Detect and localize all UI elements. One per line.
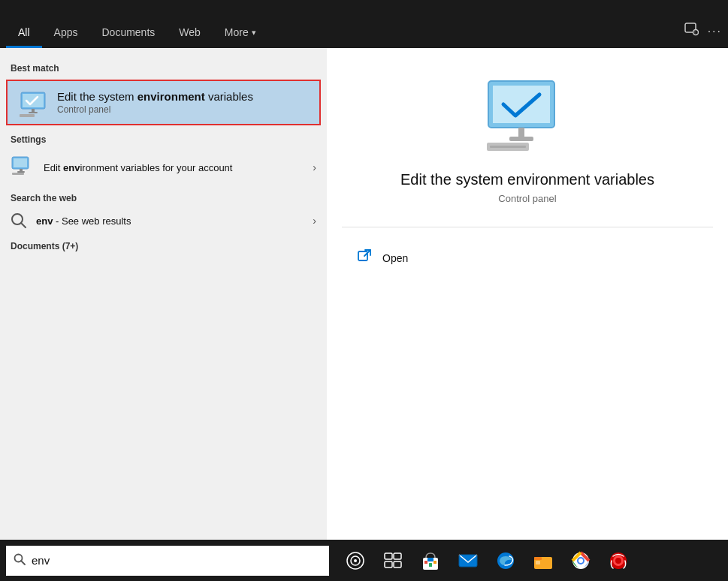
svg-rect-42 bbox=[536, 561, 540, 564]
best-match-item[interactable]: Edit the system environment variables Co… bbox=[6, 80, 321, 125]
best-match-title-end: variables bbox=[205, 90, 253, 103]
settings-icon bbox=[11, 155, 35, 179]
svg-rect-20 bbox=[490, 146, 526, 148]
svg-rect-16 bbox=[493, 86, 550, 123]
right-panel: Edit the system environment variables Co… bbox=[327, 48, 728, 540]
mail-button[interactable] bbox=[451, 540, 485, 581]
svg-rect-7 bbox=[20, 114, 35, 117]
svg-rect-28 bbox=[385, 553, 392, 559]
open-label: Open bbox=[382, 252, 408, 264]
right-panel-icon bbox=[482, 78, 572, 156]
main-content: Best match Edit t bbox=[0, 48, 728, 540]
task-view-button[interactable] bbox=[376, 540, 410, 581]
taskbar-search-icon bbox=[14, 553, 26, 568]
tab-web[interactable]: Web bbox=[167, 19, 213, 48]
chevron-down-icon: ▾ bbox=[252, 28, 256, 38]
top-nav: All Apps Documents Web More ▾ ! ··· bbox=[0, 0, 728, 48]
open-icon bbox=[357, 248, 372, 267]
svg-rect-35 bbox=[429, 563, 432, 567]
svg-rect-21 bbox=[358, 251, 367, 260]
taskbar bbox=[0, 540, 728, 581]
best-match-title-bold: environment bbox=[137, 90, 205, 103]
control-panel-icon bbox=[18, 91, 47, 115]
search-icon bbox=[11, 212, 27, 229]
svg-point-49 bbox=[615, 558, 621, 564]
right-panel-subtitle: Control panel bbox=[498, 193, 556, 204]
svg-rect-29 bbox=[394, 553, 401, 559]
svg-rect-12 bbox=[12, 173, 24, 175]
settings-item-arrow: › bbox=[313, 161, 316, 173]
tab-apps[interactable]: Apps bbox=[42, 19, 90, 48]
settings-item-text: Edit environment variables for your acco… bbox=[44, 162, 304, 173]
nav-icons: ! ··· bbox=[684, 22, 722, 48]
web-search-label: Search the web bbox=[0, 187, 327, 206]
more-options-icon[interactable]: ··· bbox=[708, 25, 722, 38]
svg-rect-18 bbox=[509, 137, 533, 141]
left-panel: Best match Edit t bbox=[0, 48, 327, 540]
web-search-query: env bbox=[36, 215, 53, 227]
edge-button[interactable] bbox=[488, 540, 523, 581]
svg-rect-30 bbox=[385, 561, 392, 567]
chrome-button[interactable] bbox=[563, 540, 598, 581]
tab-all[interactable]: All bbox=[6, 19, 42, 48]
nav-tabs: All Apps Documents Web More ▾ bbox=[6, 19, 684, 48]
tab-more[interactable]: More ▾ bbox=[213, 19, 268, 48]
svg-rect-31 bbox=[394, 561, 401, 567]
extra-button[interactable] bbox=[601, 540, 636, 581]
best-match-text: Edit the system environment variables Co… bbox=[57, 90, 253, 115]
svg-rect-36 bbox=[433, 561, 436, 564]
svg-text:!: ! bbox=[694, 30, 695, 35]
best-match-title-plain: Edit the system bbox=[57, 90, 137, 103]
right-panel-title: Edit the system environment variables bbox=[400, 171, 654, 188]
svg-rect-41 bbox=[534, 557, 542, 560]
best-match-subtitle: Control panel bbox=[57, 104, 253, 115]
svg-rect-6 bbox=[29, 112, 38, 113]
settings-label: Settings bbox=[0, 128, 327, 148]
open-action[interactable]: Open bbox=[342, 242, 713, 273]
taskbar-search-box[interactable] bbox=[6, 546, 329, 576]
settings-item[interactable]: Edit environment variables for your acco… bbox=[0, 148, 327, 187]
web-search-query-text: env - See web results bbox=[36, 215, 304, 227]
svg-rect-33 bbox=[427, 558, 433, 561]
svg-line-14 bbox=[21, 223, 26, 227]
web-search-arrow: › bbox=[313, 215, 316, 227]
best-match-label: Best match bbox=[0, 57, 327, 77]
feedback-icon[interactable]: ! bbox=[684, 22, 699, 41]
documents-label: Documents (7+) bbox=[0, 235, 327, 254]
taskbar-icons bbox=[338, 540, 636, 581]
divider bbox=[342, 227, 713, 227]
svg-point-27 bbox=[354, 559, 357, 562]
svg-point-46 bbox=[578, 558, 583, 563]
svg-rect-9 bbox=[14, 158, 27, 167]
cortana-button[interactable] bbox=[338, 540, 373, 581]
svg-rect-11 bbox=[17, 171, 25, 173]
web-search-suffix: - See web results bbox=[53, 215, 131, 227]
svg-line-24 bbox=[21, 561, 25, 564]
svg-rect-34 bbox=[424, 561, 427, 564]
web-search-item[interactable]: env - See web results › bbox=[0, 206, 327, 235]
svg-rect-17 bbox=[518, 128, 524, 138]
explorer-button[interactable] bbox=[526, 540, 560, 581]
taskbar-search-input[interactable] bbox=[32, 554, 322, 567]
tab-documents[interactable]: Documents bbox=[89, 19, 167, 48]
store-button[interactable] bbox=[413, 540, 448, 581]
